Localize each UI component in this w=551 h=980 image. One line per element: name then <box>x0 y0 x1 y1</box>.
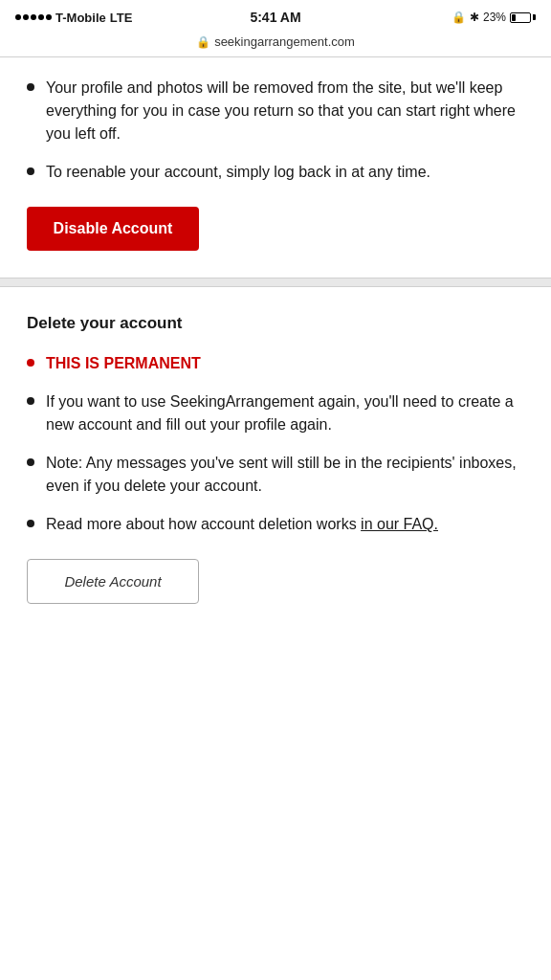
battery-percent: 23% <box>483 11 506 24</box>
bullet-dot-permanent <box>27 359 34 367</box>
disable-account-button[interactable]: Disable Account <box>27 207 199 251</box>
delete-account-section: Delete your account THIS IS PERMANENT If… <box>0 287 551 642</box>
bullet-dot-delete-3 <box>27 520 34 527</box>
delete-bullet-1: If you want to use SeekingArrangement ag… <box>27 390 524 436</box>
battery-icon <box>510 12 536 23</box>
delete-section-title: Delete your account <box>27 314 524 333</box>
bluetooth-icon: ✱ <box>470 11 479 24</box>
disable-bullet-1: Your profile and photos will be removed … <box>27 77 524 145</box>
disable-bullet-text-1: Your profile and photos will be removed … <box>46 77 524 145</box>
carrier-info: T-Mobile LTE <box>15 11 132 25</box>
bullet-dot-1 <box>27 83 34 91</box>
url-bar[interactable]: 🔒 seekingarrangement.com <box>0 31 551 56</box>
delete-bullet-text-3: Read more about how account deletion wor… <box>46 513 524 536</box>
permanent-warning-text: THIS IS PERMANENT <box>46 352 524 375</box>
delete-bullet-3: Read more about how account deletion wor… <box>27 513 524 536</box>
status-bar: T-Mobile LTE 5:41 AM 🔒 ✱ 23% <box>0 0 551 31</box>
disable-bullets-list: Your profile and photos will be removed … <box>27 77 524 184</box>
carrier-name: T-Mobile <box>55 11 106 25</box>
lock-icon: 🔒 <box>452 11 466 24</box>
bullet-dot-delete-1 <box>27 397 34 405</box>
network-type: LTE <box>110 11 133 25</box>
disable-bullet-text-2: To reenable your account, simply log bac… <box>46 161 524 184</box>
bullet-dot-delete-2 <box>27 458 34 466</box>
disable-bullet-2: To reenable your account, simply log bac… <box>27 161 524 184</box>
delete-account-button[interactable]: Delete Account <box>27 559 199 604</box>
bullet-dot-2 <box>27 167 34 175</box>
status-icons: 🔒 ✱ 23% <box>452 11 536 24</box>
delete-bullets-list: THIS IS PERMANENT If you want to use See… <box>27 352 524 536</box>
delete-bullet-text-1: If you want to use SeekingArrangement ag… <box>46 390 524 436</box>
time-display: 5:41 AM <box>250 10 300 25</box>
url-lock-icon: 🔒 <box>196 35 210 49</box>
url-text: seekingarrangement.com <box>214 34 355 49</box>
disable-account-section: Your profile and photos will be removed … <box>0 57 551 278</box>
delete-bullet-2: Note: Any messages you've sent will stil… <box>27 452 524 498</box>
delete-bullet-permanent: THIS IS PERMANENT <box>27 352 524 375</box>
section-separator <box>0 278 551 287</box>
signal-icon <box>15 14 52 20</box>
delete-bullet-text-2: Note: Any messages you've sent will stil… <box>46 452 524 498</box>
faq-link[interactable]: in our FAQ. <box>361 516 438 532</box>
